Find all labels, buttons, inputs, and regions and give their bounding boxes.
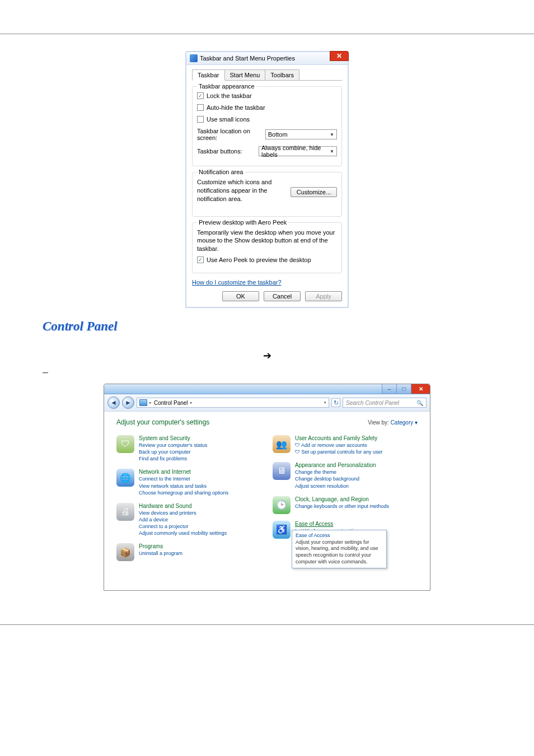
ok-button[interactable]: OK bbox=[222, 291, 259, 301]
breadcrumb[interactable]: ▸ Control Panel ▸ ▾ bbox=[137, 398, 329, 408]
sub-link[interactable]: Add a device bbox=[139, 516, 227, 523]
sub-link[interactable]: Uninstall a program bbox=[139, 550, 182, 557]
tooltip-title: Ease of Access bbox=[296, 533, 383, 538]
cp-item-ease-of-access[interactable]: ♿ Ease of Access Let Windows suggest set… bbox=[273, 521, 418, 539]
apply-button[interactable]: Apply bbox=[305, 291, 342, 301]
ease-of-access-icon: ♿ bbox=[273, 521, 291, 539]
search-placeholder: Search Control Panel bbox=[346, 400, 399, 406]
sub-link[interactable]: Find and fix problems bbox=[139, 455, 207, 462]
tab-strip: Taskbar Start Menu Toolbars bbox=[192, 69, 342, 81]
left-column: 🛡 System and Security Review your comput… bbox=[116, 435, 261, 568]
view-by-link[interactable]: Category ▾ bbox=[391, 419, 418, 426]
cp-item-user-accounts[interactable]: 👥 User Accounts and Family Safety 🛡 Add … bbox=[273, 435, 418, 455]
shield-icon: 🛡 bbox=[116, 435, 134, 453]
autohide-checkbox[interactable] bbox=[197, 104, 204, 111]
chevron-down-icon: ▼ bbox=[330, 149, 334, 154]
customize-button[interactable]: Customize... bbox=[291, 187, 337, 197]
group-legend: Notification area bbox=[197, 169, 245, 175]
close-button[interactable]: ✕ bbox=[411, 384, 430, 394]
category-title[interactable]: Network and Internet bbox=[139, 469, 228, 475]
sub-link[interactable]: 🛡 Set up parental controls for any user bbox=[295, 449, 383, 455]
taskbar-buttons-select[interactable]: Always combine, hide labels▼ bbox=[259, 146, 337, 156]
category-title[interactable]: Ease of Access bbox=[295, 521, 362, 527]
category-title[interactable]: Programs bbox=[139, 543, 182, 549]
autohide-label: Auto-hide the taskbar bbox=[207, 104, 265, 111]
maximize-button[interactable]: □ bbox=[396, 384, 411, 394]
control-panel-window: – □ ✕ ◄ ► ▸ Control Panel ▸ ▾ ↻ Search C… bbox=[104, 384, 430, 591]
aero-peek-group: Preview desktop with Aero Peek Temporari… bbox=[192, 222, 342, 274]
search-icon: 🔍 bbox=[416, 400, 423, 406]
printer-icon: 🖨 bbox=[116, 503, 134, 521]
category-title[interactable]: User Accounts and Family Safety bbox=[295, 435, 383, 441]
cancel-button[interactable]: Cancel bbox=[264, 291, 301, 301]
sub-link[interactable]: Change the theme bbox=[295, 469, 376, 475]
refresh-button[interactable]: ↻ bbox=[331, 398, 340, 407]
sub-link[interactable]: Choose homegroup and sharing options bbox=[139, 489, 228, 496]
chevron-right-icon: ▸ bbox=[190, 400, 193, 405]
sub-link[interactable]: Adjust commonly used mobility settings bbox=[139, 530, 227, 536]
window-titlebar: – □ ✕ bbox=[104, 384, 430, 394]
lock-taskbar-checkbox[interactable] bbox=[197, 92, 204, 99]
chevron-down-icon: ▾ bbox=[324, 400, 326, 405]
caption-line bbox=[43, 337, 491, 346]
dialog-title: Taskbar and Start Menu Properties bbox=[200, 55, 295, 62]
sub-link[interactable]: Change keyboards or other input methods bbox=[295, 503, 389, 510]
minimize-button[interactable]: – bbox=[382, 384, 396, 394]
sub-link[interactable]: View devices and printers bbox=[139, 510, 227, 516]
sub-link[interactable]: Review your computer's status bbox=[139, 442, 207, 449]
dash-text: – bbox=[43, 366, 491, 378]
aero-peek-label: Use Aero Peek to preview the desktop bbox=[207, 256, 311, 263]
category-title[interactable]: Hardware and Sound bbox=[139, 503, 227, 509]
section-title: Control Panel bbox=[43, 319, 491, 334]
tab-taskbar[interactable]: Taskbar bbox=[192, 69, 225, 81]
notification-text: Customize which icons and notifications … bbox=[197, 178, 291, 203]
cp-item-system-security[interactable]: 🛡 System and Security Review your comput… bbox=[116, 435, 261, 462]
sub-link[interactable]: Connect to the Internet bbox=[139, 475, 228, 482]
sub-link[interactable]: Change desktop background bbox=[295, 475, 376, 482]
monitor-icon: 🖥 bbox=[273, 462, 291, 480]
clock-icon: 🕒 bbox=[273, 496, 291, 514]
sub-link[interactable]: Adjust screen resolution bbox=[295, 483, 376, 489]
category-title[interactable]: Clock, Language, and Region bbox=[295, 496, 389, 502]
notification-area-group: Notification area Customize which icons … bbox=[192, 172, 342, 217]
category-title[interactable]: System and Security bbox=[139, 435, 207, 441]
uac-shield-icon: 🛡 bbox=[295, 442, 301, 448]
chevron-down-icon: ▼ bbox=[330, 132, 334, 137]
page-header: Adjust your computer's settings bbox=[116, 418, 209, 426]
cp-item-hardware[interactable]: 🖨 Hardware and Sound View devices and pr… bbox=[116, 503, 261, 537]
users-icon: 👥 bbox=[273, 435, 291, 453]
sub-link[interactable]: 🛡 Add or remove user accounts bbox=[295, 442, 383, 449]
location-select[interactable]: Bottom▼ bbox=[265, 129, 337, 139]
tooltip-body: Adjust your computer settings for vision… bbox=[296, 539, 383, 566]
small-icons-checkbox[interactable] bbox=[197, 116, 204, 123]
cp-item-programs[interactable]: 📦 Programs Uninstall a program bbox=[116, 543, 261, 561]
sub-link[interactable]: Connect to a projector bbox=[139, 523, 227, 530]
aero-peek-checkbox[interactable] bbox=[197, 256, 204, 263]
taskbar-appearance-group: Taskbar appearance Lock the taskbar Auto… bbox=[192, 86, 342, 166]
location-label: Taskbar location on screen: bbox=[197, 128, 265, 141]
cp-item-clock[interactable]: 🕒 Clock, Language, and Region Change key… bbox=[273, 496, 418, 514]
arrow-icon: ➔ bbox=[22, 349, 512, 362]
window-icon bbox=[190, 54, 198, 62]
small-icons-label: Use small icons bbox=[207, 116, 250, 123]
right-column: 👥 User Accounts and Family Safety 🛡 Add … bbox=[273, 435, 418, 568]
box-icon: 📦 bbox=[116, 543, 134, 561]
cp-item-appearance[interactable]: 🖥 Appearance and Personalization Change … bbox=[273, 462, 418, 489]
monitor-icon bbox=[139, 399, 147, 406]
close-button[interactable]: ✕ bbox=[330, 51, 349, 61]
sub-link[interactable]: View network status and tasks bbox=[139, 483, 228, 489]
tab-toolbars[interactable]: Toolbars bbox=[265, 69, 299, 80]
search-input[interactable]: Search Control Panel 🔍 bbox=[343, 398, 427, 408]
tab-start-menu[interactable]: Start Menu bbox=[224, 69, 266, 80]
help-link[interactable]: How do I customize the taskbar? bbox=[192, 279, 282, 286]
sub-link[interactable]: Back up your computer bbox=[139, 449, 207, 455]
view-by: View by: Category ▾ bbox=[368, 419, 418, 426]
back-button[interactable]: ◄ bbox=[107, 396, 120, 409]
forward-button[interactable]: ► bbox=[122, 396, 134, 409]
uac-shield-icon: 🛡 bbox=[295, 449, 302, 455]
nav-bar: ◄ ► ▸ Control Panel ▸ ▾ ↻ Search Control… bbox=[104, 394, 430, 412]
category-title[interactable]: Appearance and Personalization bbox=[295, 462, 376, 468]
taskbar-buttons-label: Taskbar buttons: bbox=[197, 148, 242, 155]
breadcrumb-text: Control Panel bbox=[154, 400, 188, 406]
cp-item-network[interactable]: 🌐 Network and Internet Connect to the In… bbox=[116, 469, 261, 496]
